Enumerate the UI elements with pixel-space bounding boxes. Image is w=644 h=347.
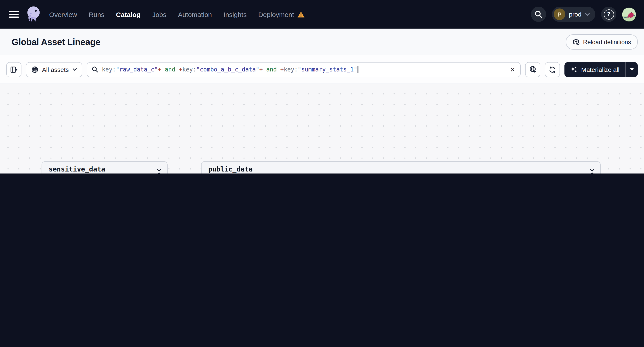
group-name: sensitive_data bbox=[49, 166, 167, 173]
nav-items: OverviewRunsCatalogJobsAutomationInsight… bbox=[49, 10, 305, 18]
group-header[interactable]: public_dataexample_co bbox=[202, 162, 600, 173]
page-header: Global Asset Lineage Reload definitions bbox=[0, 28, 644, 56]
asset-group-public_data: public_dataexample_co bbox=[201, 161, 601, 173]
group-name: public_data bbox=[208, 166, 600, 173]
collapse-group-icon[interactable] bbox=[156, 168, 162, 173]
text-cursor bbox=[358, 66, 358, 73]
deployment-switcher[interactable]: P prod bbox=[552, 7, 595, 22]
dagster-logo[interactable] bbox=[25, 5, 42, 23]
hamburger-menu-icon[interactable] bbox=[9, 11, 19, 18]
sparkle-icon bbox=[570, 66, 578, 73]
user-avatar[interactable] bbox=[622, 7, 636, 21]
lineage-toolbar: All assets key:"raw_data_c"+ and +key:"c… bbox=[0, 55, 644, 84]
warning-icon bbox=[297, 11, 305, 18]
query-token: + bbox=[158, 66, 161, 73]
nav-item-catalog[interactable]: Catalog bbox=[116, 10, 140, 18]
deployment-label: prod bbox=[569, 11, 582, 18]
globe-icon bbox=[31, 66, 38, 73]
query-token: and bbox=[263, 66, 280, 73]
help-icon[interactable]: ? bbox=[601, 7, 616, 22]
collapse-group-icon[interactable] bbox=[590, 168, 595, 173]
reload-definitions-button[interactable]: Reload definitions bbox=[566, 34, 638, 49]
top-nav: OverviewRunsCatalogJobsAutomationInsight… bbox=[0, 0, 644, 28]
asset-scope-label: All assets bbox=[42, 66, 69, 73]
materialize-all-split-button: Materialize all bbox=[565, 62, 638, 77]
clear-search-icon[interactable]: × bbox=[510, 65, 516, 73]
query-token: "raw_data_c" bbox=[116, 66, 158, 73]
nav-item-deployment[interactable]: Deployment bbox=[258, 10, 305, 18]
query-token: key: bbox=[284, 66, 298, 73]
materialize-all-label: Materialize all bbox=[581, 66, 620, 73]
query-token: + bbox=[280, 66, 284, 73]
dagster-app: OverviewRunsCatalogJobsAutomationInsight… bbox=[0, 0, 644, 173]
search-icon[interactable] bbox=[531, 7, 546, 22]
deployment-avatar: P bbox=[554, 8, 565, 20]
nav-right: P prod ? bbox=[531, 7, 636, 22]
new-catalog-view-button[interactable] bbox=[525, 62, 540, 77]
toggle-sidebar-button[interactable] bbox=[6, 62, 22, 77]
search-query: key:"raw_data_c"+ and +key:"combo_a_b_c_… bbox=[102, 66, 506, 73]
search-icon bbox=[92, 66, 98, 73]
nav-item-overview[interactable]: Overview bbox=[49, 10, 77, 18]
chevron-down-icon bbox=[72, 68, 77, 71]
refresh-icon bbox=[549, 66, 556, 73]
query-token: "combo_a_b_c_data" bbox=[196, 66, 260, 73]
asset-group-sensitive_data: sensitive_dataexample_co bbox=[42, 161, 168, 173]
nav-item-runs[interactable]: Runs bbox=[89, 10, 104, 18]
lineage-canvas[interactable]: ⚙ sensitive_dataexample_copublic_dataexa… bbox=[0, 84, 644, 173]
reload-cube-icon bbox=[572, 38, 580, 45]
reload-definitions-label: Reload definitions bbox=[583, 39, 631, 45]
nav-item-insights[interactable]: Insights bbox=[224, 10, 246, 18]
materialize-options-button[interactable] bbox=[625, 62, 638, 77]
query-token: + bbox=[179, 66, 182, 73]
nav-item-jobs[interactable]: Jobs bbox=[152, 10, 166, 18]
query-token: key: bbox=[182, 66, 196, 73]
group-header[interactable]: sensitive_dataexample_co bbox=[42, 162, 167, 173]
query-token: + bbox=[259, 66, 263, 73]
refresh-button[interactable] bbox=[545, 62, 560, 77]
asset-search-input[interactable]: key:"raw_data_c"+ and +key:"combo_a_b_c_… bbox=[87, 62, 521, 77]
materialize-all-button[interactable]: Materialize all bbox=[565, 62, 625, 77]
page-title: Global Asset Lineage bbox=[12, 37, 100, 47]
query-token: and bbox=[161, 66, 179, 73]
query-token: key: bbox=[102, 66, 116, 73]
query-token: "summary_stats_1" bbox=[298, 66, 357, 73]
nav-item-automation[interactable]: Automation bbox=[178, 10, 212, 18]
chevron-down-icon bbox=[585, 12, 590, 16]
globe-plus-icon bbox=[529, 66, 537, 73]
asset-scope-dropdown[interactable]: All assets bbox=[26, 62, 82, 77]
